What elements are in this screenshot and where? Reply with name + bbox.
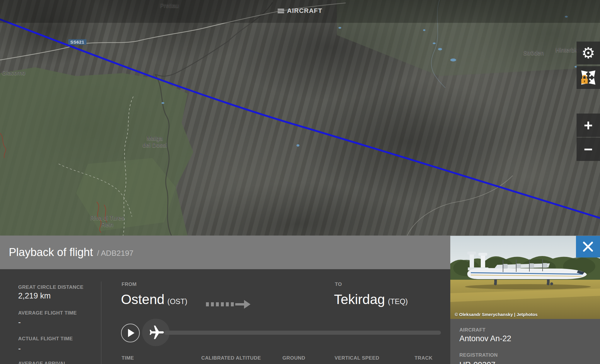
column-header-time: TIME [122,353,134,363]
stat-label-average-flight-time: AVERAGE FLIGHT TIME [18,310,77,316]
airplane-slider-handle[interactable] [148,324,165,341]
close-panel-button[interactable] [576,236,600,257]
gear-icon: ⚙ [582,44,595,62]
column-header-calibrated-altitude: CALIBRATED ALTITUDE [201,353,261,363]
map-terrain-overlay [0,0,600,236]
stat-value-great-circle: 2,219 km [18,291,51,301]
play-icon [128,329,134,337]
aircraft-info-panel: © Oleksandr Smerychansky | Jetphotos [450,236,600,364]
to-city: Tekirdag(TEQ) [334,291,408,307]
play-button[interactable] [121,324,140,342]
fullscreen-arrows-icon [581,70,596,85]
aircraft-menu-label: AIRCRAFT [287,7,322,15]
plus-icon: + [584,116,593,134]
registration-value: UR-09307 [459,360,495,364]
fullscreen-lock-button[interactable] [577,66,600,89]
map-label-riva-di-tures: Riva di Tures Rein [90,215,125,228]
photo-credit: © Oleksandr Smerychansky | Jetphotos [455,312,538,317]
close-icon [582,241,594,253]
aircraft-menu-button[interactable]: AIRCRAFT [278,7,322,15]
playback-slider-track[interactable] [164,331,441,335]
stat-value-actual-flight-time: - [18,344,21,353]
stats-divider [101,281,101,364]
column-header-ground-speed: GROUND SPEED [282,353,312,364]
page-title: Playback of flight [9,246,93,259]
zoom-in-button[interactable]: + [577,114,600,137]
registration-label: REGISTRATION [459,352,498,358]
map-label-giacomo: Giacomo [2,70,25,76]
from-airport-code: (OST) [167,297,187,305]
lock-icon [581,75,588,84]
route-arrow-icon [206,299,250,310]
flightradar-playback-app: Prettau SS621 Giacomo Ströden Hinterbich… [0,0,600,364]
from-label: FROM [122,281,137,287]
map-canvas[interactable]: Prettau SS621 Giacomo Ströden Hinterbich… [0,0,600,236]
aircraft-type-value: Antonov An-22 [459,334,511,343]
column-header-vertical-speed: VERTICAL SPEED [335,353,379,363]
map-label-stroden: Ströden [523,50,544,56]
minus-icon: − [584,140,593,158]
settings-button[interactable]: ⚙ [577,42,600,64]
flight-code: / ADB2197 [97,247,133,258]
aircraft-type-label: AIRCRAFT [459,327,485,333]
stat-label-average-arrival: AVERAGE ARRIVAL [18,361,67,364]
stat-label-actual-flight-time: ACTUAL FLIGHT TIME [18,336,73,342]
map-label-malga-dei-dossi: Malga dei Dossi [143,135,167,149]
to-label: TO [335,281,342,287]
road-badge-ss621: SS621 [68,39,86,45]
map-top-bar: AIRCRAFT [0,0,600,23]
to-airport-code: (TEQ) [388,297,408,305]
hamburger-icon [278,8,284,14]
column-header-track: TRACK [415,353,433,363]
stat-value-average-flight-time: - [18,318,21,327]
from-city: Ostend(OST) [121,291,187,307]
stat-label-great-circle: GREAT CIRCLE DISTANCE [18,284,83,290]
zoom-out-button[interactable]: − [577,138,600,161]
